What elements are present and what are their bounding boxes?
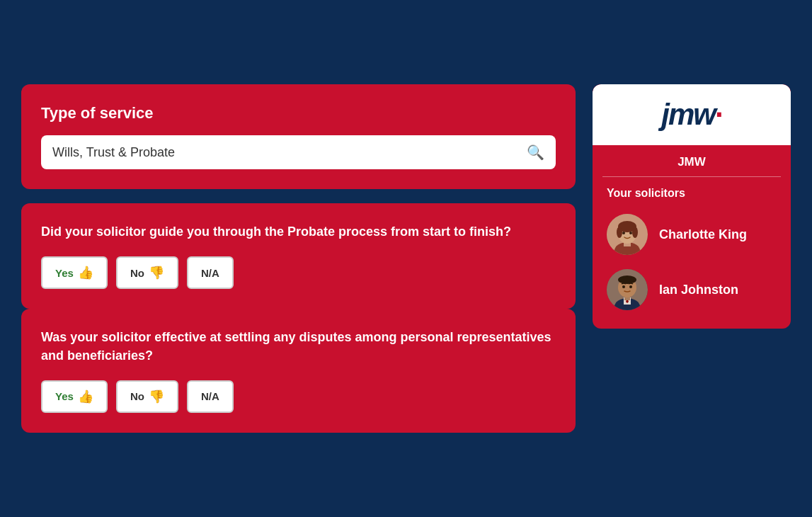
main-layout: Type of service 🔍 Did your solicitor gui… <box>21 84 791 433</box>
answer-btn-1-no[interactable]: No 👎 <box>116 256 178 289</box>
answer-btn-1-na[interactable]: N/A <box>187 256 234 289</box>
question-text-1: Did your solicitor guide you through the… <box>41 223 556 241</box>
svg-point-6 <box>632 227 638 238</box>
svg-point-17 <box>629 285 632 288</box>
answer-btn-2-no[interactable]: No 👎 <box>116 380 178 413</box>
svg-point-16 <box>622 285 625 288</box>
jmw-logo-area: jmw· <box>593 84 791 145</box>
solicitor-name-charlotte: Charlotte King <box>659 227 747 242</box>
svg-point-7 <box>622 232 625 234</box>
answer-btn-2-na[interactable]: N/A <box>187 380 234 413</box>
bottom-padding <box>593 317 791 329</box>
jmw-logo-dot: · <box>715 98 722 131</box>
right-panel: jmw· JMW Your solicitors <box>593 84 791 329</box>
svg-point-5 <box>617 227 622 238</box>
svg-point-15 <box>618 275 636 284</box>
jmw-logo-m: m <box>668 98 693 131</box>
your-solicitors-label: Your solicitors <box>593 177 791 207</box>
answer-buttons-2: Yes 👍No 👎N/A <box>41 380 556 413</box>
answer-btn-2-yes[interactable]: Yes 👍 <box>41 380 108 413</box>
svg-point-8 <box>629 232 632 234</box>
jmw-logo: jmw· <box>661 100 721 130</box>
service-card: Type of service 🔍 <box>21 84 576 189</box>
jmw-logo-j: j <box>661 98 668 131</box>
jmw-logo-w: w <box>693 98 715 131</box>
question-card-2: Was your solicitor effective at settling… <box>21 309 576 432</box>
avatar-charlotte <box>607 214 648 255</box>
solicitor-name-ian: Ian Johnston <box>659 283 738 297</box>
questions-container: Did your solicitor guide you through the… <box>21 203 576 433</box>
solicitor-item-charlotte: Charlotte King <box>593 207 791 262</box>
question-text-2: Was your solicitor effective at settling… <box>41 329 556 364</box>
solicitor-item-ian: Ian Johnston <box>593 262 791 317</box>
jmw-firm-name: JMW <box>593 145 791 176</box>
service-card-title: Type of service <box>41 104 556 123</box>
search-box: 🔍 <box>41 135 556 169</box>
left-panel: Type of service 🔍 Did your solicitor gui… <box>21 84 576 433</box>
avatar-ian <box>607 269 648 310</box>
answer-buttons-1: Yes 👍No 👎N/A <box>41 256 556 289</box>
search-icon: 🔍 <box>527 144 544 161</box>
answer-btn-1-yes[interactable]: Yes 👍 <box>41 256 108 289</box>
question-card-1: Did your solicitor guide you through the… <box>21 203 576 309</box>
search-input[interactable] <box>52 145 520 160</box>
